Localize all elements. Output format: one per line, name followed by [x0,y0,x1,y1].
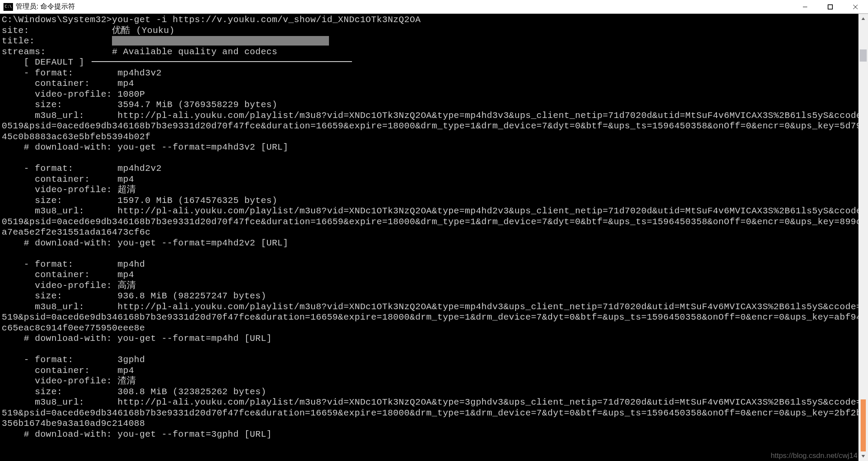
scroll-thumb-highlight[interactable] [861,399,866,451]
val-vprofile: 超清 [118,185,136,195]
val-m3u8-wrap: 0519&psid=0aced6e9db346168b7b3e9331d20d7… [2,121,858,132]
val-vprofile: 高清 [118,281,136,291]
lbl-vprofile: video-profile: [24,185,112,195]
val-format: mp4hd3v2 [118,68,162,78]
val-dl: you-get --format=mp4hd2v2 [URL] [118,238,289,248]
val-m3u8: http://pl-ali.youku.com/playlist/m3u8?vi… [118,206,858,216]
minimize-button[interactable] [792,0,818,14]
val-size: 936.8 MiB (982257247 bytes) [118,291,266,301]
val-container: mp4 [118,174,134,184]
svg-marker-7 [861,455,865,458]
val-vprofile: 渣清 [118,376,136,386]
val-m3u8-wrap: 519&psid=0aced6e9db346168b7b3e9331d20d70… [2,408,858,419]
lbl-vprofile: video-profile: [24,281,112,291]
val-m3u8-wrap2: 45c0b8883ac63e5bfeb5394b02f [2,132,858,143]
lbl-dl: # download-with: [24,238,112,248]
lbl-container: container: [24,78,90,88]
lbl-vprofile: video-profile: [24,89,112,99]
lbl-format: - format: [24,355,73,365]
lbl-size: size: [24,100,62,110]
streams-note: # Available quality and codecs [112,47,277,57]
val-m3u8-wrap: 0519&psid=0aced6e9db346168b7b3e9331d20d7… [2,217,858,228]
lbl-dl: # download-with: [24,142,112,152]
scroll-track[interactable] [858,23,868,451]
val-size: 1597.0 MiB (1674576325 bytes) [118,196,277,206]
svg-marker-6 [861,17,865,20]
close-button[interactable] [843,0,868,14]
val-size: 308.8 MiB (323825262 bytes) [118,387,266,397]
terminal-output[interactable]: C:\Windows\System32>you-get -i https://v… [0,14,858,461]
prompt-command: you-get -i https://v.youku.com/v_show/id… [112,15,421,25]
lbl-m3u8: m3u8_url: [24,397,85,407]
val-container: mp4 [118,78,134,88]
val-container: mp4 [118,270,134,280]
lbl-container: container: [24,270,90,280]
lbl-m3u8: m3u8_url: [24,302,85,312]
cmd-window: 管理员: 命令提示符 C:\Windows\System32>you-get -… [0,0,868,461]
lbl-size: size: [24,196,62,206]
titlebar[interactable]: 管理员: 命令提示符 [0,0,868,14]
val-m3u8: http://pl-ali.youku.com/playlist/m3u8?vi… [118,302,858,312]
default-underline [92,61,352,62]
window-title: 管理员: 命令提示符 [16,2,75,11]
lbl-format: - format: [24,163,73,173]
lbl-vprofile: video-profile: [24,376,112,386]
val-m3u8: http://pl-ali.youku.com/playlist/m3u8?vi… [118,397,858,407]
maximize-button[interactable] [818,0,843,14]
lbl-m3u8: m3u8_url: [24,206,85,216]
val-m3u8-wrap2: a7ea5e2f2e31551ada16473cf6c [2,227,858,238]
redacted-title [112,36,329,46]
val-vprofile: 1080P [118,89,145,99]
val-format: mp4hd2v2 [118,163,162,173]
title-label: title: [2,36,35,46]
scroll-up-button[interactable] [858,14,868,23]
scroll-down-button[interactable] [858,451,868,461]
streams-label: streams: [2,47,46,57]
val-format: mp4hd [118,259,145,269]
val-m3u8-wrap: 519&psid=0aced6e9db346168b7b3e9331d20d70… [2,312,858,323]
site-value: 优酷 (Youku) [112,26,174,36]
val-container: mp4 [118,366,134,376]
vertical-scrollbar[interactable] [858,14,868,461]
watermark-text: https://blog.csdn.net/cwj14 [771,451,858,460]
val-format: 3gphd [118,355,145,365]
cmd-icon [3,3,13,11]
scroll-thumb[interactable] [860,49,867,62]
site-label: site: [2,26,30,36]
prompt-cwd: C:\Windows\System32> [2,15,112,25]
lbl-dl: # download-with: [24,429,112,439]
lbl-container: container: [24,366,90,376]
lbl-container: container: [24,174,90,184]
default-badge: [ DEFAULT ] [24,57,85,67]
val-dl: you-get --format=3gphd [URL] [118,429,272,439]
lbl-format: - format: [24,259,73,269]
val-dl: you-get --format=mp4hd3v2 [URL] [118,142,289,152]
val-m3u8-wrap2: c65eac8c914f0ee775950eee8e [2,323,858,334]
val-m3u8-wrap2: 356b1674be9a3a10ad9c214088 [2,418,858,429]
val-size: 3594.7 MiB (3769358229 bytes) [118,100,277,110]
svg-rect-2 [828,5,832,9]
lbl-size: size: [24,291,62,301]
client-area: C:\Windows\System32>you-get -i https://v… [0,14,868,461]
lbl-m3u8: m3u8_url: [24,111,85,121]
lbl-size: size: [24,387,62,397]
lbl-format: - format: [24,68,73,78]
lbl-dl: # download-with: [24,333,112,343]
val-m3u8: http://pl-ali.youku.com/playlist/m3u8?vi… [118,111,858,121]
val-dl: you-get --format=mp4hd [URL] [118,333,272,343]
